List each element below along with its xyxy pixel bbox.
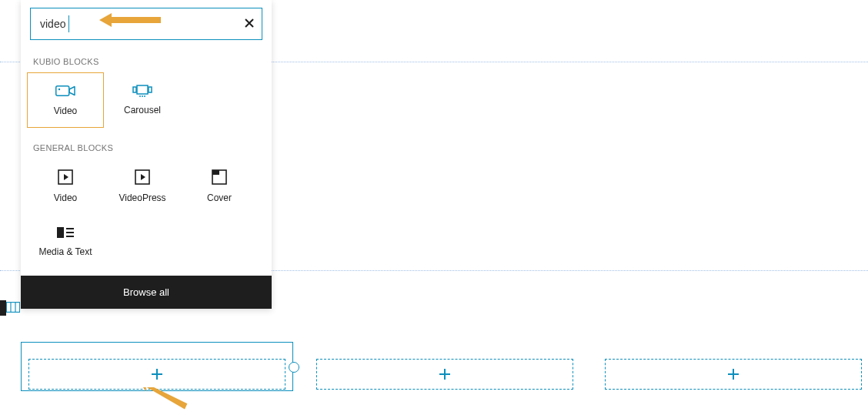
block-toolbar-strip[interactable] [0,300,6,316]
plus-icon [151,368,163,380]
block-label: Carousel [124,105,161,115]
svg-rect-8 [133,87,136,92]
columns-icon[interactable] [6,302,20,316]
block-kubio-video[interactable]: Video [27,72,104,128]
block-core-video[interactable]: Video [27,159,104,214]
annotation-arrow [99,13,161,27]
section-general-title: GENERAL BLOCKS [21,134,272,157]
section-kubio-title: KUBIO BLOCKS [21,48,272,71]
svg-point-10 [139,95,141,97]
play-box-icon [135,169,150,185]
block-inserter-panel: KUBIO BLOCKS Video Carousel GENERAL BLOC… [21,0,272,309]
svg-marker-3 [136,387,189,409]
block-videopress[interactable]: VideoPress [104,159,181,214]
block-kubio-carousel[interactable]: Carousel [104,72,181,128]
block-label: Video [54,105,77,116]
carousel-icon [132,85,152,97]
svg-rect-18 [212,170,219,175]
svg-point-6 [58,89,60,90]
add-block-slot[interactable] [28,359,285,390]
close-icon [244,18,255,28]
general-block-grid: Video VideoPress Cover Media & Text [21,157,272,276]
block-label: Cover [207,192,232,203]
media-text-icon [57,226,74,239]
block-label: Video [54,192,77,203]
svg-marker-16 [141,174,145,180]
svg-marker-14 [64,174,68,180]
svg-rect-5 [56,86,69,96]
video-camera-icon [55,84,75,98]
svg-point-12 [144,95,145,97]
clear-search-button[interactable] [244,17,255,31]
block-label: VideoPress [119,192,165,203]
text-cursor [68,15,69,32]
svg-rect-19 [57,227,64,238]
annotation-arrow [135,387,189,410]
svg-rect-7 [137,85,148,94]
search-wrap [21,0,272,48]
kubio-block-grid: Video Carousel [21,71,272,134]
cover-icon [212,169,227,185]
block-cover[interactable]: Cover [181,159,258,214]
svg-marker-4 [99,13,161,27]
block-media-text[interactable]: Media & Text [27,214,104,269]
svg-point-11 [142,95,143,97]
svg-rect-0 [6,303,19,313]
browse-all-button[interactable]: Browse all [21,276,272,309]
block-label: Media & Text [38,246,92,257]
add-block-slot[interactable] [316,359,573,390]
column-resize-handle[interactable] [289,362,299,373]
plus-icon [727,368,739,380]
plus-icon [439,368,451,380]
play-box-icon [58,169,73,185]
add-block-slot[interactable] [605,359,862,390]
svg-rect-9 [149,87,152,92]
